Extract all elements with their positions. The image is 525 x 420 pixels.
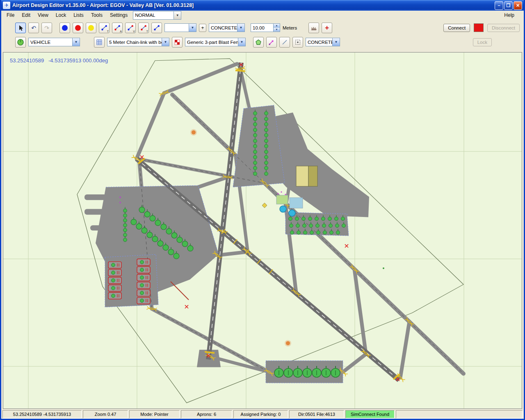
lock-button[interactable]: Lock: [473, 38, 492, 46]
fence-combo-value: 5 Meter Chain-link with ber: [107, 38, 162, 46]
connection-controls: Connect Disconnect: [443, 23, 520, 32]
menu-item-lock[interactable]: Lock: [52, 11, 70, 19]
chevron-down-icon: ▼: [237, 24, 244, 32]
status-aprons: Aprons: 6: [181, 410, 232, 418]
fence-combo[interactable]: 5 Meter Chain-link with ber ▼: [107, 38, 169, 46]
link-tool-apron-button[interactable]: A: [112, 23, 123, 33]
disconnect-button[interactable]: Disconnect: [487, 24, 520, 32]
add-point-button[interactable]: +: [322, 23, 332, 33]
polygon-tool-button[interactable]: [253, 37, 264, 48]
lock-controls: Lock: [473, 38, 492, 46]
link-tool-track-button[interactable]: T: [138, 23, 149, 33]
chevron-down-icon: ▼: [173, 11, 181, 19]
yellow-dot-icon: [88, 25, 94, 31]
chevron-down-icon: ▼: [189, 24, 196, 32]
toolbar-row-2: VEHICLE ▼ 5 Meter Chain-link with ber ▼ …: [15, 35, 521, 49]
surface2-combo[interactable]: CONCRETE ▼: [306, 38, 340, 46]
menu-item-settings[interactable]: Settings: [106, 11, 131, 19]
grid-icon: [96, 39, 103, 46]
connection-status-swatch: [474, 23, 484, 32]
vehicle-combo-value: VEHICLE: [29, 38, 72, 46]
menu-item-help[interactable]: Help: [500, 11, 518, 19]
link-tool-taxi-button[interactable]: T: [99, 23, 110, 33]
status-coordinates: 53.252410589 -4.531735913: [2, 410, 82, 418]
spinner-down-button[interactable]: ▼: [274, 28, 280, 32]
close-button[interactable]: ✕: [514, 1, 522, 10]
boundary-tool-button[interactable]: [292, 37, 303, 48]
surface-combo-value: CONCRETE: [209, 24, 237, 32]
line-tool-button[interactable]: [279, 37, 290, 48]
app-icon: ✈: [3, 2, 10, 9]
add-blue-node-button[interactable]: [59, 23, 70, 33]
plus-icon: +: [201, 25, 204, 31]
blast-fence-combo-value: Generic 3-part Blast Fence: [185, 38, 238, 46]
undo-icon: ↶: [31, 25, 36, 31]
add-red-node-button[interactable]: [73, 23, 83, 33]
title-bar: ✈ Airport Design Editor v1.35.00 - Airpo…: [1, 0, 524, 11]
map-canvas[interactable]: 53.252410589 -4.531735913 000.00deg: [3, 52, 522, 409]
status-zoom: Zoom 0.47: [83, 410, 128, 418]
minimize-button[interactable]: –: [495, 1, 503, 10]
toolbar: ↶ ↷ T A V T: [1, 20, 524, 51]
toolbar-row-1: ↶ ↷ T A V T: [15, 21, 521, 35]
chevron-down-icon: ▼: [238, 38, 245, 46]
airport-map[interactable]: [3, 52, 522, 409]
vector-icon: [268, 39, 275, 46]
link-letter: T: [146, 30, 148, 33]
add-type-button[interactable]: +: [199, 24, 206, 32]
spinner-arrows: ▲ ▼: [273, 24, 280, 32]
pointer-tool-button[interactable]: [15, 23, 26, 33]
pointer-icon: [17, 25, 24, 31]
red-plus-icon: +: [325, 25, 329, 31]
menu-item-file[interactable]: File: [3, 11, 18, 19]
surface2-combo-value: CONCRETE: [306, 38, 332, 46]
vector-tool-button[interactable]: [266, 37, 277, 48]
blast-fence-combo[interactable]: Generic 3-part Blast Fence ▼: [185, 38, 246, 46]
window-title: Airport Design Editor v1.35.00 - Airport…: [12, 2, 494, 8]
menu-item-lists[interactable]: Lists: [70, 11, 87, 19]
menu-item-edit[interactable]: Edit: [18, 11, 34, 19]
spinner-up-button[interactable]: ▲: [274, 24, 280, 28]
blue-dot-icon: [62, 25, 68, 31]
width-value[interactable]: 10.00: [251, 24, 273, 32]
link-tool-plain-button[interactable]: [151, 23, 162, 33]
marquee-icon: [294, 39, 301, 46]
status-simconnect: SimConnect Found: [345, 410, 395, 418]
status-bar: 53.252410589 -4.531735913 Zoom 0.47 Mode…: [1, 410, 524, 419]
chevron-down-icon: ▼: [162, 38, 169, 46]
comb-icon: [310, 25, 317, 31]
mode-combo[interactable]: NORMAL ▼: [133, 11, 181, 20]
status-filler: [396, 410, 523, 418]
checker-icon: [174, 39, 180, 46]
app-window: ✈ Airport Design Editor v1.35.00 - Airpo…: [0, 0, 525, 420]
add-yellow-node-button[interactable]: [86, 23, 96, 33]
surface-combo[interactable]: CONCRETE ▼: [209, 23, 245, 32]
width-spinner[interactable]: 10.00 ▲ ▼: [251, 23, 280, 32]
maximize-button[interactable]: ❐: [504, 1, 513, 10]
apron-tool-button[interactable]: [15, 37, 26, 48]
status-mode: Mode: Pointer: [129, 410, 180, 418]
link-type-combo[interactable]: ▼: [164, 23, 196, 32]
parking-spots-east-apron: [289, 215, 346, 234]
diagonal-line-icon: [281, 39, 288, 46]
meters-label: Meters: [283, 25, 297, 30]
status-dir-file: Dir:0501 File:4613: [289, 410, 344, 418]
link-type-value: [165, 24, 189, 32]
menu-item-view[interactable]: View: [34, 11, 52, 19]
redo-button[interactable]: ↷: [41, 23, 52, 33]
link-icon: [101, 25, 107, 31]
status-assigned-parking: Assigned Parking: 0: [233, 410, 288, 418]
link-letter: A: [120, 30, 122, 33]
vehicle-combo[interactable]: VEHICLE ▼: [28, 38, 80, 46]
green-circle-icon: [17, 39, 24, 46]
link-icon: [140, 25, 147, 31]
checker-tool-button[interactable]: [172, 37, 183, 48]
link-tool-vehicle-button[interactable]: V: [125, 23, 136, 33]
red-dot-icon: [75, 25, 81, 31]
cursor-coordinates-overlay: 53.252410589 -4.531735913 000.00deg: [10, 57, 108, 64]
undo-button[interactable]: ↶: [28, 23, 39, 33]
menu-item-tools[interactable]: Tools: [87, 11, 106, 19]
connect-button[interactable]: Connect: [443, 24, 470, 32]
grid-tool-button[interactable]: [94, 37, 105, 48]
profile-tool-button[interactable]: [308, 23, 319, 33]
